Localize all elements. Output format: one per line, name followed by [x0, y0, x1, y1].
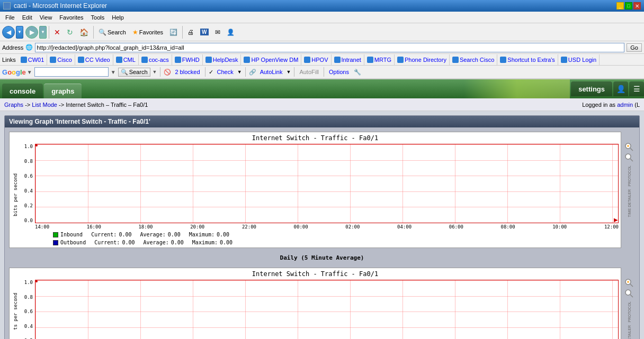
graph1-wrapper: Internet Switch - Traffic - Fa0/1 bits p… — [9, 132, 621, 248]
admin-link[interactable]: admin — [617, 102, 633, 108]
messenger-button[interactable]: 👤 — [224, 27, 237, 38]
link-usdlogin[interactable]: USD Login — [558, 54, 600, 65]
link-icon-intranet — [334, 57, 341, 63]
graph1-grid: ▶ — [35, 144, 619, 223]
media-button[interactable]: 🔄 — [167, 27, 180, 38]
google-search-button[interactable]: 🔍 Search — [118, 68, 150, 77]
link-icon-shortcut — [500, 57, 506, 63]
link-icon-cw01 — [21, 57, 27, 63]
graph1-y-axis: 1.0 0.8 0.6 0.4 0.2 0.0 — [19, 144, 35, 223]
link-cisco[interactable]: Cisco — [47, 54, 75, 65]
magnify-icon-4[interactable] — [624, 289, 634, 298]
forward-button[interactable]: ▶ — [25, 26, 38, 39]
refresh-button[interactable]: ↻ — [64, 26, 76, 38]
user-icon-btn[interactable]: 👤 — [613, 81, 628, 96]
link-icon-usdlogin — [561, 57, 567, 63]
menu-help[interactable]: Help — [109, 13, 127, 22]
home-button[interactable]: 🏠 — [77, 26, 91, 38]
link-icon-cocacs — [141, 57, 148, 63]
toolbar-sep-3 — [182, 26, 183, 39]
link-icon-phonedir — [397, 57, 404, 63]
graph2-title: Internet Switch - Traffic - Fa0/1 — [12, 270, 619, 278]
link-intranet[interactable]: Intranet — [332, 54, 364, 65]
stop-icon: ✕ — [54, 28, 60, 36]
back-dropdown[interactable]: ▼ — [16, 26, 23, 39]
magnify-icon-3[interactable] — [624, 278, 634, 288]
graph2-y-label: ts per second — [12, 280, 19, 339]
blocked-label[interactable]: 2 blocked — [173, 69, 201, 75]
autolink-label[interactable]: AutoLink — [258, 69, 284, 75]
graph2-y-axis: 1.0 0.8 0.6 0.4 0.2 — [19, 280, 35, 339]
link-fwhd[interactable]: FWHD — [172, 54, 203, 65]
options-label[interactable]: Options — [327, 69, 351, 75]
search-button[interactable]: 🔍 Search — [96, 27, 129, 38]
link-icon-cisco — [50, 57, 56, 63]
refresh-icon: ↻ — [67, 28, 73, 36]
word-button[interactable]: W — [198, 27, 211, 37]
tab-console[interactable]: console — [2, 84, 43, 98]
menu-icon-btn[interactable]: ☰ — [629, 81, 644, 96]
svg-line-6 — [630, 284, 633, 287]
graph2-container: Internet Switch - Traffic - Fa0/1 ts per… — [5, 263, 639, 339]
close-btn[interactable]: ✕ — [633, 2, 641, 10]
link-searchcisco[interactable]: Search Cisco — [450, 54, 497, 65]
magnify-icon-1[interactable] — [624, 142, 634, 152]
search-icon: 🔍 — [99, 29, 106, 36]
forward-dropdown[interactable]: ▼ — [39, 26, 47, 39]
home-icon: 🏠 — [79, 28, 88, 36]
menu-tools[interactable]: Tools — [88, 13, 108, 22]
print-button[interactable]: 🖨 — [185, 27, 196, 38]
google-search-icon: 🔍 — [121, 69, 128, 76]
search-label: Search — [108, 29, 126, 35]
menu-favorites[interactable]: Favorites — [56, 13, 86, 22]
graph2-sidebar-label2: TIME DETAILER — [628, 325, 631, 339]
main-content: Viewing Graph 'Internet Switch - Traffic… — [0, 111, 644, 339]
toolbar-sep-1 — [49, 26, 49, 39]
tab-graphs[interactable]: graphs — [44, 84, 82, 98]
minimize-btn[interactable]: _ — [616, 2, 624, 10]
link-cw01[interactable]: CW01 — [18, 54, 48, 65]
link-ccvideo[interactable]: CC Video — [75, 54, 113, 65]
breadcrumb-listmode[interactable]: List Mode — [32, 102, 57, 108]
settings-button[interactable]: settings — [571, 81, 612, 96]
maximize-btn[interactable]: □ — [625, 2, 632, 10]
stop-button[interactable]: ✕ — [51, 26, 63, 38]
outbound-legend-box — [53, 240, 58, 245]
graph1-sidebar-label1: PROTOCOL — [628, 166, 631, 186]
link-mrtg[interactable]: MRTG — [364, 54, 395, 65]
autofill-label[interactable]: AutoFill — [298, 69, 320, 75]
link-cocacs[interactable]: coc-acs — [139, 54, 172, 65]
link-hpov2[interactable]: HPOV — [301, 54, 331, 65]
menu-file[interactable]: File — [2, 13, 18, 22]
link-icon-fwhd — [175, 57, 181, 63]
svg-point-7 — [627, 281, 629, 283]
mail-icon: ✉ — [215, 29, 220, 36]
menu-edit[interactable]: Edit — [19, 13, 35, 22]
breadcrumb-bar: Graphs -> List Mode -> Internet Switch –… — [0, 98, 644, 111]
breadcrumb-graphs[interactable]: Graphs — [4, 102, 23, 108]
google-search-input[interactable] — [34, 67, 109, 77]
link-cml[interactable]: CML — [113, 54, 139, 65]
links-label: Links — [2, 57, 16, 63]
graph1-title: Internet Switch - Traffic - Fa0/1 — [12, 134, 619, 142]
mail-button[interactable]: ✉ — [212, 27, 223, 38]
menu-bar: File Edit View Favorites Tools Help — [0, 12, 644, 23]
link-icon-mrtg — [367, 57, 373, 63]
graph1-sidebar: PROTOCOL TIME DETAILER — [623, 132, 635, 217]
check-label[interactable]: Check — [216, 69, 235, 75]
title-bar: cacti - Microsoft Internet Explorer _ □ … — [0, 0, 644, 12]
star-icon: ★ — [132, 29, 138, 36]
menu-view[interactable]: View — [37, 13, 56, 22]
favorites-button[interactable]: ★ Favorites — [130, 27, 166, 38]
address-input[interactable] — [35, 43, 624, 52]
link-hpov[interactable]: HP OpenView DM — [241, 54, 301, 65]
go-button[interactable]: Go — [627, 43, 642, 52]
link-helpdesk[interactable]: HelpDesk — [203, 54, 241, 65]
link-phonedir[interactable]: Phone Directory — [395, 54, 450, 65]
back-button[interactable]: ◀ — [2, 26, 15, 39]
address-icon: 🌐 — [25, 44, 33, 51]
svg-line-1 — [630, 148, 633, 151]
magnify-icon-2[interactable] — [624, 153, 634, 162]
link-shortcut[interactable]: Shortcut to Extra's — [497, 54, 558, 65]
options-icon: 🔧 — [354, 69, 361, 76]
